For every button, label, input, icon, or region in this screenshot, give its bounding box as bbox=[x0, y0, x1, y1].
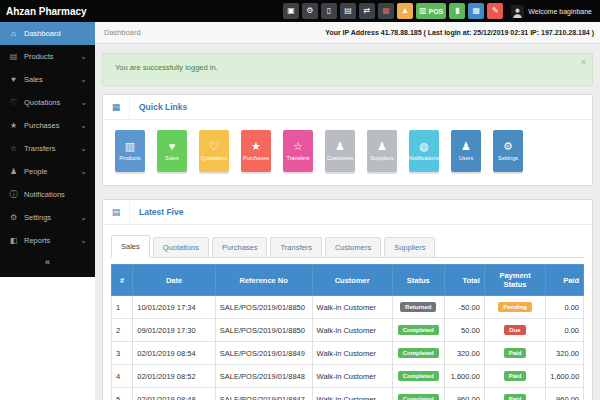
quick-links-panel: ▦ Quick Links ▥Products♥Sales♡Quotations… bbox=[102, 94, 593, 186]
quick-link-products[interactable]: ▥Products bbox=[115, 130, 145, 172]
table-row: 302/01/2019 08:54SALE/POS/2019/01/8849Wa… bbox=[112, 342, 584, 365]
users-icon: ♟ bbox=[377, 141, 387, 152]
quick-link-customers[interactable]: ♟Customers bbox=[325, 130, 355, 172]
cell-payment-status: Due bbox=[484, 319, 545, 342]
star-icon: ★ bbox=[8, 121, 19, 130]
cogs-icon[interactable]: ⚙ bbox=[302, 3, 318, 19]
sidebar-item-notifications[interactable]: ⓘNotifications bbox=[0, 183, 95, 206]
chevron-down-icon: ⌄ bbox=[80, 147, 87, 151]
cell-paid: 960.00 bbox=[546, 388, 584, 400]
user-avatar-icon bbox=[511, 5, 524, 18]
tab-customers[interactable]: Customers bbox=[325, 237, 381, 258]
latest-five-title: Latest Five bbox=[130, 207, 183, 217]
quick-link-quotations[interactable]: ♡Quotations bbox=[199, 130, 229, 172]
quick-link-users[interactable]: ♟Users bbox=[451, 130, 481, 172]
cell-paid: 1,600.00 bbox=[546, 365, 584, 388]
cell-customer: Walk-in Customer bbox=[312, 365, 392, 388]
sidebar-item-label: Notifications bbox=[24, 190, 65, 199]
cell-payment-status: Pending bbox=[484, 296, 545, 319]
status-badge: Completed bbox=[398, 348, 439, 358]
pen-icon[interactable]: ✎ bbox=[487, 3, 503, 19]
quick-links-title: Quick Links bbox=[130, 102, 187, 112]
tab-purchases[interactable]: Purchases bbox=[212, 237, 267, 258]
barcode-icon-glyph: ▮ bbox=[455, 7, 459, 15]
home-icon: ⌂ bbox=[8, 29, 19, 38]
cell-reference: SALE/POS/2019/01/8850 bbox=[215, 319, 312, 342]
quick-link-settings[interactable]: ⚙Settings bbox=[493, 130, 523, 172]
chart-icon: ◧ bbox=[8, 236, 19, 245]
main-area: Dashboard Your IP Address 41.78.88.185 (… bbox=[95, 22, 600, 400]
barcode-icon[interactable]: ▮ bbox=[449, 3, 465, 19]
quick-link-label: Purchases bbox=[243, 155, 269, 161]
chevron-down-icon: ⌄ bbox=[80, 55, 87, 59]
cell-customer: Walk-in Customer bbox=[312, 296, 392, 319]
sidebar-collapse-button[interactable]: « bbox=[0, 252, 95, 269]
status-badge: Completed bbox=[398, 325, 439, 335]
list-icon: ▤ bbox=[103, 200, 130, 224]
archive-icon[interactable]: ▤ bbox=[340, 3, 356, 19]
cell-customer: Walk-in Customer bbox=[312, 388, 392, 400]
tab-suppliers[interactable]: Suppliers bbox=[384, 237, 435, 258]
sidebar-item-people[interactable]: ♟People⌄ bbox=[0, 160, 95, 183]
comment-icon: ◍ bbox=[419, 141, 429, 152]
user-menu[interactable]: Welcome baginbane bbox=[503, 5, 600, 18]
cell-status: Returned bbox=[392, 296, 444, 319]
quick-link-purchases[interactable]: ★Purchases bbox=[241, 130, 271, 172]
transfer-icon[interactable]: ⇄ bbox=[359, 3, 375, 19]
column-header-customer: Customer bbox=[312, 265, 392, 296]
quick-link-label: Products bbox=[119, 155, 141, 161]
latest-five-header: ▤ Latest Five bbox=[103, 200, 592, 225]
grid-icon[interactable]: ▦ bbox=[378, 3, 394, 19]
pen-icon-glyph: ✎ bbox=[492, 7, 499, 15]
alert-close-icon[interactable]: × bbox=[581, 57, 586, 67]
cell-payment-status: Paid bbox=[484, 342, 545, 365]
quick-link-suppliers[interactable]: ♟Suppliers bbox=[367, 130, 397, 172]
sidebar-item-label: Quotations bbox=[24, 98, 60, 107]
status-badge: Completed bbox=[398, 371, 439, 381]
cell-num: 1 bbox=[112, 296, 133, 319]
payment-status-badge: Due bbox=[504, 325, 525, 335]
sidebar-item-quotations[interactable]: ♡Quotations⌄ bbox=[0, 91, 95, 114]
calculator-icon[interactable]: ▦ bbox=[468, 3, 484, 19]
archive-icon-glyph: ▤ bbox=[344, 7, 352, 15]
cell-num: 5 bbox=[112, 388, 133, 400]
mobile-icon[interactable]: ▯ bbox=[321, 3, 337, 19]
table-row: 402/01/2019 08:52SALE/POS/2019/01/8848Wa… bbox=[112, 365, 584, 388]
tab-transfers[interactable]: Transfers bbox=[270, 237, 321, 258]
users-icon: ♟ bbox=[461, 141, 471, 152]
quick-link-transfers[interactable]: ☆Transfers bbox=[283, 130, 313, 172]
sidebar-item-sales[interactable]: ♥Sales⌄ bbox=[0, 68, 95, 91]
latest-five-panel: ▤ Latest Five SalesQuotationsPurchasesTr… bbox=[102, 199, 593, 400]
sidebar-item-transfers[interactable]: ☆Transfers⌄ bbox=[0, 137, 95, 160]
grid-icon-glyph: ▦ bbox=[382, 7, 390, 15]
status-badge: Returned bbox=[400, 302, 436, 312]
sidebar-item-purchases[interactable]: ★Purchases⌄ bbox=[0, 114, 95, 137]
tab-sales[interactable]: Sales bbox=[111, 235, 150, 258]
cell-reference: SALE/POS/2019/01/8849 bbox=[215, 342, 312, 365]
warning-icon[interactable]: ▲ bbox=[397, 3, 413, 19]
cell-total: -50.00 bbox=[444, 296, 484, 319]
cell-num: 3 bbox=[112, 342, 133, 365]
status-badge: Completed bbox=[398, 394, 439, 400]
cell-total: 960.00 bbox=[444, 388, 484, 400]
pos-button[interactable]: ▥POS bbox=[416, 3, 446, 19]
payment-status-badge: Paid bbox=[504, 394, 527, 400]
tab-quotations[interactable]: Quotations bbox=[153, 237, 209, 258]
chevron-down-icon: ⌄ bbox=[80, 78, 87, 82]
sidebar-item-products[interactable]: ▤Products⌄ bbox=[0, 45, 95, 68]
cell-num: 2 bbox=[112, 319, 133, 342]
cell-total: 50.00 bbox=[444, 319, 484, 342]
sidebar-item-settings[interactable]: ⚙Settings⌄ bbox=[0, 206, 95, 229]
products-icon[interactable]: ▣ bbox=[283, 3, 299, 19]
sidebar-item-dashboard[interactable]: ⌂Dashboard bbox=[0, 22, 95, 45]
quick-link-sales[interactable]: ♥Sales bbox=[157, 130, 187, 172]
sidebar-item-reports[interactable]: ◧Reports⌄ bbox=[0, 229, 95, 252]
column-header-status: Status bbox=[392, 265, 444, 296]
cell-customer: Walk-in Customer bbox=[312, 342, 392, 365]
payment-status-badge: Paid bbox=[504, 348, 527, 358]
quick-link-label: Customers bbox=[327, 155, 354, 161]
column-header--: # bbox=[112, 265, 133, 296]
quick-link-notifications[interactable]: ◍Notifications bbox=[409, 130, 439, 172]
chevron-down-icon: ⌄ bbox=[80, 239, 87, 243]
cell-paid: 320.00 bbox=[546, 342, 584, 365]
